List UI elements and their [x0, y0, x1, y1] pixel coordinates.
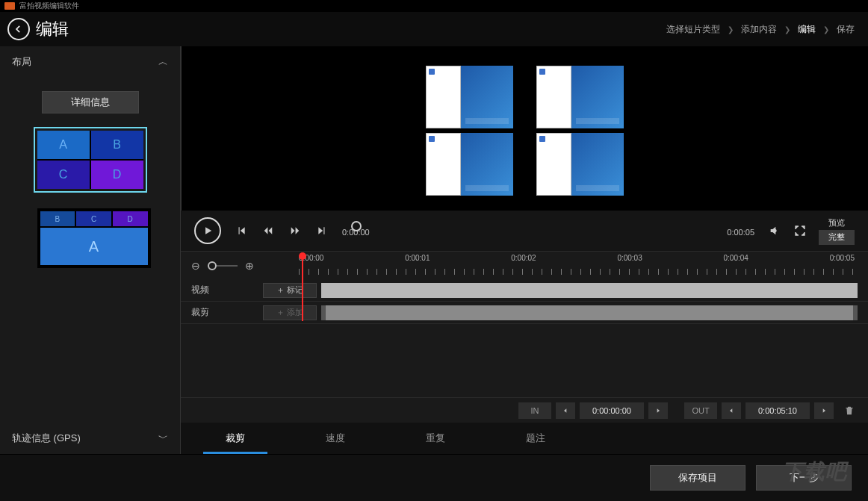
- in-time[interactable]: 0:00:00:00: [580, 402, 644, 419]
- app-title: 富拍视频编辑软件: [19, 1, 79, 11]
- section-layout-label: 布局: [12, 55, 31, 69]
- title-bar: 富拍视频编辑软件: [0, 0, 868, 12]
- layout-option-quad[interactable]: A B C D: [34, 127, 147, 193]
- clip-handle-right[interactable]: [853, 305, 858, 320]
- fullscreen-button[interactable]: [793, 224, 807, 237]
- tab-speed[interactable]: 速度: [285, 423, 385, 454]
- out-time[interactable]: 0:00:05:10: [745, 402, 810, 419]
- clip-handle-left[interactable]: [321, 305, 326, 320]
- detail-button[interactable]: 详细信息: [42, 91, 139, 113]
- zoom-slider[interactable]: [208, 265, 238, 267]
- time-ruler[interactable]: 0:00:00 0:00:01 0:00:02 0:00:03 0:00:04 …: [299, 254, 858, 278]
- play-button[interactable]: [194, 217, 221, 244]
- frame-forward-button[interactable]: [288, 224, 302, 237]
- back-button[interactable]: [7, 18, 30, 40]
- tab-crop[interactable]: 裁剪: [185, 423, 285, 454]
- track-video: 视频 ＋ 标记: [181, 279, 868, 302]
- add-marker-button[interactable]: ＋ 标记: [263, 283, 317, 298]
- out-next-button[interactable]: [814, 402, 834, 419]
- section-layout-head[interactable]: 布局 ︿: [0, 46, 180, 78]
- chevron-right-icon: ❯: [728, 25, 734, 34]
- sidebar: 布局 ︿ 详细信息 A B C D B: [0, 46, 181, 454]
- save-project-button[interactable]: 保存项目: [650, 465, 745, 491]
- next-step-button[interactable]: 下一步: [756, 465, 852, 491]
- crumb-add-content[interactable]: 添加内容: [741, 23, 777, 36]
- preview-label: 预览: [828, 217, 845, 228]
- in-prev-button[interactable]: [556, 402, 575, 419]
- bottom-bar: 下载吧 保存项目 下一步: [0, 455, 868, 501]
- chevron-right-icon: ❯: [823, 25, 829, 34]
- in-next-button[interactable]: [648, 402, 668, 419]
- chevron-up-icon: ︿: [158, 55, 168, 69]
- frame-back-button[interactable]: [261, 224, 275, 237]
- section-gps-label: 轨迹信息 (GPS): [12, 432, 81, 445]
- video-clip[interactable]: [321, 283, 858, 298]
- crumb-edit[interactable]: 编辑: [798, 23, 816, 36]
- breadcrumb: 选择短片类型 ❯ 添加内容 ❯ 编辑 ❯ 保存: [666, 23, 855, 36]
- crumb-save[interactable]: 保存: [837, 23, 855, 36]
- in-out-bar: IN 0:00:00:00 OUT 0:00:05:10: [181, 397, 868, 423]
- crumb-select-type[interactable]: 选择短片类型: [666, 23, 720, 36]
- in-label: IN: [518, 402, 551, 419]
- time-total: 0:00:05: [727, 228, 754, 237]
- header: 编辑 选择短片类型 ❯ 添加内容 ❯ 编辑 ❯ 保存: [0, 12, 868, 46]
- preview-cell-b: [536, 66, 624, 128]
- editor-tabs: 裁剪 速度 重复 题注: [181, 423, 868, 454]
- out-prev-button[interactable]: [722, 402, 741, 419]
- timeline-ruler: ⊖ ⊕ 0:00:00 0:00:01 0:00:02 0:00:03 0:00…: [181, 251, 868, 279]
- chevron-right-icon: ❯: [784, 25, 790, 34]
- tab-repeat[interactable]: 重复: [385, 423, 486, 454]
- preview-cell-a: [426, 66, 514, 128]
- skip-start-button[interactable]: [235, 224, 248, 237]
- track-crop: 裁剪 ＋ 添加: [181, 302, 868, 324]
- transport-bar: 0:00:00 0:00:05 预览 完整: [181, 211, 868, 251]
- app-icon: [4, 2, 15, 10]
- out-label: OUT: [684, 402, 717, 419]
- section-gps-head[interactable]: 轨迹信息 (GPS) ﹀: [0, 423, 180, 454]
- volume-button[interactable]: [768, 224, 781, 237]
- delete-button[interactable]: [841, 402, 858, 419]
- preview-area: [181, 46, 868, 211]
- preview-cell-d: [536, 133, 624, 196]
- page-title: 编辑: [36, 18, 69, 40]
- skip-end-button[interactable]: [315, 224, 329, 237]
- add-crop-button[interactable]: ＋ 添加: [263, 305, 317, 320]
- crop-clip[interactable]: [321, 305, 858, 320]
- layout-option-pip[interactable]: B C D A: [34, 205, 147, 272]
- preview-cell-c: [426, 133, 514, 196]
- zoom-in-button[interactable]: ⊕: [245, 260, 254, 272]
- chevron-down-icon: ﹀: [158, 432, 168, 445]
- tab-caption[interactable]: 题注: [486, 423, 586, 454]
- zoom-out-button[interactable]: ⊖: [191, 260, 200, 272]
- preview-mode-button[interactable]: 完整: [819, 230, 855, 245]
